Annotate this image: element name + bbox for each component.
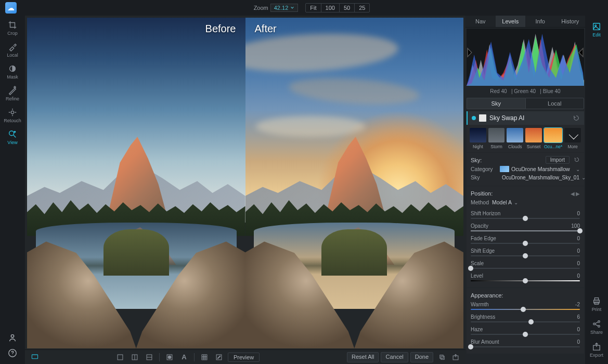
preview-button[interactable]: Preview [228, 353, 260, 362]
refine-icon [8, 86, 17, 95]
preset-more[interactable]: More [564, 128, 581, 149]
crop-icon [8, 20, 17, 30]
sky-heading: Sky: [471, 157, 482, 163]
svg-rect-15 [441, 356, 444, 359]
single-view-button[interactable] [114, 352, 126, 362]
preset-clouds[interactable]: Clouds [507, 128, 523, 149]
grid-button[interactable] [199, 352, 210, 362]
module-header[interactable]: Sky Swap AI [467, 111, 584, 125]
mask-view-button[interactable] [164, 352, 175, 362]
tab-history[interactable]: History [555, 16, 586, 27]
chevron-down-icon: ⌄ [576, 166, 580, 172]
user-icon[interactable] [8, 333, 17, 343]
haze-slider[interactable]: Haze0 [471, 324, 580, 337]
printer-icon [592, 296, 601, 306]
cancel-button[interactable]: Cancel [381, 352, 408, 362]
histogram-readout: Red 40 | Green 40 | Blue 40 [465, 87, 585, 96]
brightness-slider[interactable]: Brightness6 [471, 312, 580, 324]
histogram [467, 29, 584, 86]
share-icon [592, 319, 601, 329]
module-enabled-dot[interactable] [472, 116, 476, 120]
preset-night[interactable]: Night [470, 128, 486, 149]
position-next-icon[interactable]: ▶ [576, 191, 580, 197]
crop-tool[interactable]: Crop [1, 18, 24, 38]
split-horizontal-button[interactable] [129, 352, 140, 362]
view-tool[interactable]: View [1, 127, 24, 148]
module-reset-icon[interactable] [573, 114, 580, 122]
zoom-dropdown[interactable]: 42.12 [270, 4, 299, 12]
share-button[interactable]: Share [585, 316, 608, 338]
preset-ocudrone[interactable]: Ocu...ne* [544, 128, 562, 149]
app-logo [5, 2, 17, 14]
after-label: After [255, 23, 277, 35]
category-dropdown[interactable]: Category OcuDrone Marshmallow ⌄ [471, 165, 580, 173]
svg-rect-12 [202, 355, 207, 360]
svg-marker-22 [579, 48, 583, 57]
svg-point-3 [14, 131, 16, 133]
export-button[interactable]: Export [585, 339, 608, 361]
appearance-heading: Appearance: [471, 292, 503, 298]
sky-dropdown[interactable]: Sky OcuDrone_Marshmallow_Sky_01 ⌄ [471, 173, 580, 181]
svg-marker-20 [467, 34, 584, 86]
module-thumbnail-icon [479, 114, 486, 122]
retouch-icon [8, 108, 17, 117]
shift-horizon-slider[interactable]: Shift Horizon0 [471, 209, 580, 221]
help-icon[interactable] [8, 348, 17, 359]
blur-slider[interactable]: Blur Amount0 [471, 337, 580, 349]
refine-tool[interactable]: Refine [1, 83, 24, 104]
level-slider[interactable]: Level0 [471, 271, 580, 283]
mask-icon [8, 64, 17, 73]
copy-icon[interactable] [436, 352, 448, 362]
preset-storm[interactable]: Storm [488, 128, 505, 149]
svg-rect-14 [440, 355, 443, 358]
svg-point-11 [168, 356, 171, 359]
search-icon [8, 129, 17, 139]
mask-tool[interactable]: Mask [1, 61, 24, 82]
image-comparison[interactable]: Before After [25, 16, 465, 349]
subtab-local[interactable]: Local [525, 98, 585, 109]
position-prev-icon[interactable]: ◀ [571, 191, 575, 197]
tab-levels[interactable]: Levels [496, 16, 526, 27]
svg-point-29 [598, 321, 600, 323]
brush-icon [8, 42, 17, 51]
sky-reset-icon[interactable] [574, 157, 580, 164]
local-tool[interactable]: Local [1, 40, 24, 60]
tab-nav[interactable]: Nav [465, 16, 496, 27]
svg-point-4 [11, 335, 14, 337]
chevron-down-icon: ⌄ [581, 175, 585, 180]
zoom-100-button[interactable]: 100 [321, 4, 340, 12]
text-a-button[interactable]: A [178, 352, 190, 362]
print-button[interactable]: Print [585, 293, 608, 315]
fade-edge-slider[interactable]: Fade Edge0 [471, 233, 580, 246]
edit-mode-button[interactable]: Edit [585, 19, 608, 41]
module-title: Sky Swap AI [489, 114, 570, 122]
preset-sunset[interactable]: Sunset [525, 128, 542, 149]
opacity-slider[interactable]: Opacity100 [471, 221, 580, 233]
svg-marker-21 [468, 48, 472, 57]
retouch-tool[interactable]: Retouch [1, 105, 24, 126]
zoom-fit-button[interactable]: Fit [306, 4, 321, 12]
export-small-icon[interactable] [450, 352, 461, 362]
svg-point-28 [593, 323, 596, 325]
highlight-button[interactable] [213, 352, 225, 362]
image-icon [592, 22, 601, 31]
shift-edge-slider[interactable]: Shift Edge0 [471, 246, 580, 258]
svg-point-1 [11, 111, 14, 113]
tab-info[interactable]: Info [525, 16, 555, 27]
before-label: Before [205, 23, 236, 35]
method-dropdown[interactable]: Model A⌄ [492, 199, 518, 205]
scale-slider[interactable]: Scale0 [471, 258, 580, 271]
warmth-slider[interactable]: Warmth-2 [471, 300, 580, 312]
done-button[interactable]: Done [410, 352, 433, 362]
position-heading: Position: [471, 190, 493, 197]
svg-point-30 [598, 326, 600, 328]
zoom-50-button[interactable]: 50 [340, 4, 355, 12]
screen-icon[interactable] [29, 352, 41, 362]
split-vertical-button[interactable] [144, 352, 155, 362]
svg-point-2 [9, 131, 14, 136]
subtab-sky[interactable]: Sky [467, 98, 525, 109]
import-button[interactable]: Import [546, 156, 570, 164]
reset-all-button[interactable]: Reset All [347, 352, 379, 362]
zoom-25-button[interactable]: 25 [355, 4, 369, 12]
svg-rect-6 [32, 355, 37, 359]
